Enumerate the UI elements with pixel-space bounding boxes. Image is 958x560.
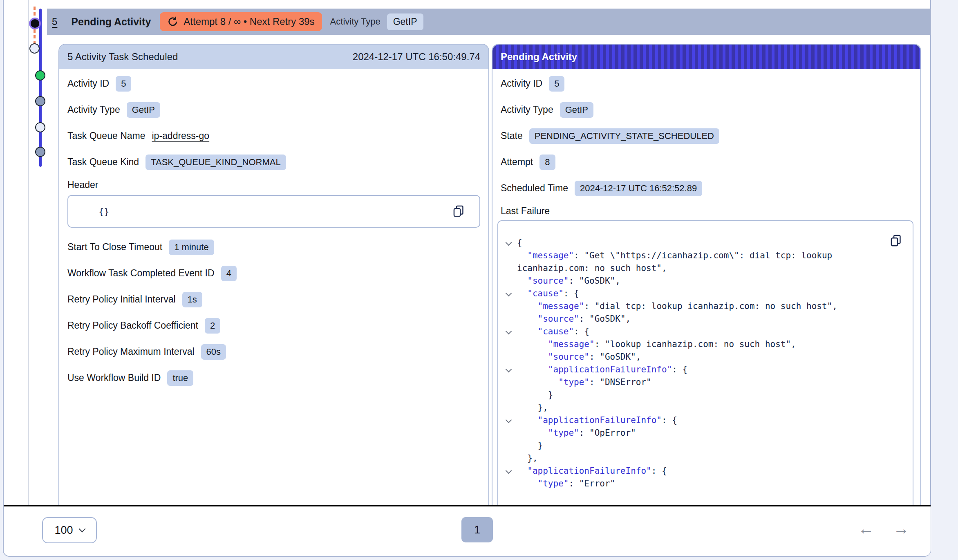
event-dot[interactable] bbox=[35, 147, 45, 157]
task-queue-link[interactable]: ip-address-go bbox=[152, 130, 209, 141]
field-row: Scheduled Time2024-12-17 UTC 16:52:52.89 bbox=[501, 179, 912, 197]
collapse-chevron-icon[interactable] bbox=[506, 328, 512, 335]
field-row: StatePENDING_ACTIVITY_STATE_SCHEDULED bbox=[501, 127, 912, 145]
field-row: Start To Close Timeout1 minute bbox=[67, 238, 480, 256]
field-label: Retry Policy Maximum Interval bbox=[67, 346, 195, 357]
event-dot-success[interactable] bbox=[35, 70, 45, 81]
field-label: Activity ID bbox=[67, 78, 109, 89]
field-row: Task Queue KindTASK_QUEUE_KIND_NORMAL bbox=[67, 153, 480, 171]
event-dot[interactable] bbox=[29, 43, 40, 54]
field-value-badge: GetIP bbox=[560, 102, 593, 118]
code-line: "message": "lookup icanhazip.com: no suc… bbox=[517, 338, 904, 351]
header-code-value: {} bbox=[68, 206, 110, 217]
field-label: Retry Policy Backoff Coefficient bbox=[67, 320, 198, 331]
field-label: Task Queue Kind bbox=[67, 157, 139, 168]
code-line: "applicationFailureInfo": { bbox=[517, 465, 904, 477]
header-code-box: {} bbox=[67, 195, 480, 228]
last-failure-json: { "message": "Get \"https://icanhazip.co… bbox=[517, 237, 904, 490]
collapse-chevron-icon[interactable] bbox=[506, 417, 512, 423]
page-size-select[interactable]: 100 bbox=[42, 517, 97, 543]
pending-activity-title: Pending Activity bbox=[501, 51, 577, 63]
field-label: Activity Type bbox=[501, 104, 553, 115]
field-row: Use Workflow Build IDtrue bbox=[67, 369, 480, 387]
field-value-badge: 60s bbox=[201, 344, 226, 360]
event-detail-timestamp: 2024-12-17 UTC 16:50:49.74 bbox=[353, 51, 480, 63]
field-value-badge: GetIP bbox=[127, 102, 160, 118]
collapse-chevron-icon[interactable] bbox=[506, 366, 512, 373]
code-line: icanhazip.com: no such host", bbox=[517, 262, 904, 275]
event-detail-body: Activity ID5Activity TypeGetIPTask Queue… bbox=[59, 69, 488, 387]
field-label: Attempt bbox=[501, 157, 533, 168]
code-line: }, bbox=[517, 452, 904, 465]
field-row: Activity TypeGetIP bbox=[67, 101, 480, 119]
field-row: Task Queue Nameip-address-go bbox=[67, 127, 480, 145]
field-label: Scheduled Time bbox=[501, 183, 568, 194]
field-value-badge: 2024-12-17 UTC 16:52:52.89 bbox=[575, 181, 702, 196]
code-line: } bbox=[517, 439, 904, 452]
pending-activity-panel-header: Pending Activity bbox=[492, 45, 920, 69]
event-detail-fields: Activity ID5Activity TypeGetIPTask Queue… bbox=[67, 75, 480, 171]
copy-icon bbox=[452, 205, 465, 218]
field-row: Activity ID5 bbox=[67, 75, 480, 92]
last-failure-label: Last Failure bbox=[501, 206, 912, 218]
code-line: "cause": { bbox=[517, 287, 904, 300]
retry-status-badge: Attempt 8 / ∞ • Next Retry 39s bbox=[160, 12, 322, 31]
field-row: Activity TypeGetIP bbox=[501, 101, 912, 119]
event-detail-panel: 5 Activity Task Scheduled 2024-12-17 UTC… bbox=[58, 44, 489, 505]
pending-activity-body: Activity ID5Activity TypeGetIPStatePENDI… bbox=[492, 69, 920, 505]
retry-badge-text: Attempt 8 / ∞ • Next Retry 39s bbox=[184, 16, 314, 27]
event-dot[interactable] bbox=[35, 96, 45, 106]
field-label: Retry Policy Initial Interval bbox=[67, 294, 176, 305]
field-value-badge: 8 bbox=[539, 155, 555, 170]
event-detail-panel-header: 5 Activity Task Scheduled 2024-12-17 UTC… bbox=[59, 45, 488, 69]
field-row: Retry Policy Initial Interval1s bbox=[67, 291, 480, 308]
field-value-badge: TASK_QUEUE_KIND_NORMAL bbox=[145, 155, 286, 170]
code-line: "cause": { bbox=[517, 325, 904, 338]
code-line: "type": "OpError" bbox=[517, 427, 904, 439]
retry-icon bbox=[167, 16, 179, 27]
event-id-link[interactable]: 5 bbox=[52, 16, 57, 27]
field-value-badge: 1 minute bbox=[169, 240, 214, 255]
field-label: State bbox=[501, 130, 523, 141]
collapse-chevron-icon[interactable] bbox=[506, 290, 512, 297]
code-line: } bbox=[517, 389, 904, 401]
code-line: "message": "Get \"https://icanhazip.com\… bbox=[517, 249, 904, 262]
event-dot-current[interactable] bbox=[29, 18, 41, 29]
timeline-line bbox=[39, 9, 42, 167]
field-row: Retry Policy Maximum Interval60s bbox=[67, 343, 480, 361]
activity-type-label: Activity Type bbox=[330, 16, 381, 27]
code-line: "type": "DNSError" bbox=[517, 376, 904, 389]
field-label: Activity Type bbox=[67, 104, 120, 115]
header-section-label: Header bbox=[67, 179, 480, 192]
copy-button[interactable] bbox=[452, 205, 465, 218]
code-line: "applicationFailureInfo": { bbox=[517, 414, 904, 427]
field-value-badge: 2 bbox=[205, 318, 220, 334]
next-page-arrow[interactable]: → bbox=[893, 520, 909, 537]
code-line: }, bbox=[517, 401, 904, 414]
field-row: Workflow Task Completed Event ID4 bbox=[67, 264, 480, 282]
event-row-header[interactable]: 5 Pending Activity Attempt 8 / ∞ • Next … bbox=[47, 9, 931, 35]
page-number-button[interactable]: 1 bbox=[461, 517, 493, 542]
collapse-chevron-icon[interactable] bbox=[506, 240, 512, 246]
field-row: Attempt8 bbox=[501, 153, 912, 171]
field-label: Workflow Task Completed Event ID bbox=[67, 268, 215, 279]
activity-type-badge: GetIP bbox=[387, 13, 423, 30]
collapse-chevron-icon[interactable] bbox=[506, 468, 512, 474]
code-line: "source": "GoSDK", bbox=[517, 275, 904, 287]
code-line: "message": "dial tcp: lookup icanhazip.c… bbox=[517, 300, 904, 313]
code-line: "source": "GoSDK", bbox=[517, 351, 904, 363]
field-label: Activity ID bbox=[501, 78, 542, 89]
pagination-footer: 100 1 ← → bbox=[4, 505, 931, 556]
event-dot[interactable] bbox=[35, 122, 45, 132]
field-label: Task Queue Name bbox=[67, 130, 145, 141]
last-failure-code-box: { "message": "Get \"https://icanhazip.co… bbox=[497, 220, 913, 505]
code-line: "applicationFailureInfo": { bbox=[517, 363, 904, 376]
code-line: { bbox=[517, 237, 904, 249]
prev-page-arrow[interactable]: ← bbox=[858, 520, 874, 537]
pending-activity-fields: Activity ID5Activity TypeGetIPStatePENDI… bbox=[501, 75, 912, 197]
event-title: Pending Activity bbox=[71, 16, 151, 28]
chevron-down-icon bbox=[78, 526, 85, 533]
page-size-value: 100 bbox=[54, 524, 73, 537]
field-value-badge: 1s bbox=[182, 292, 202, 307]
field-value-badge: 5 bbox=[549, 76, 564, 92]
